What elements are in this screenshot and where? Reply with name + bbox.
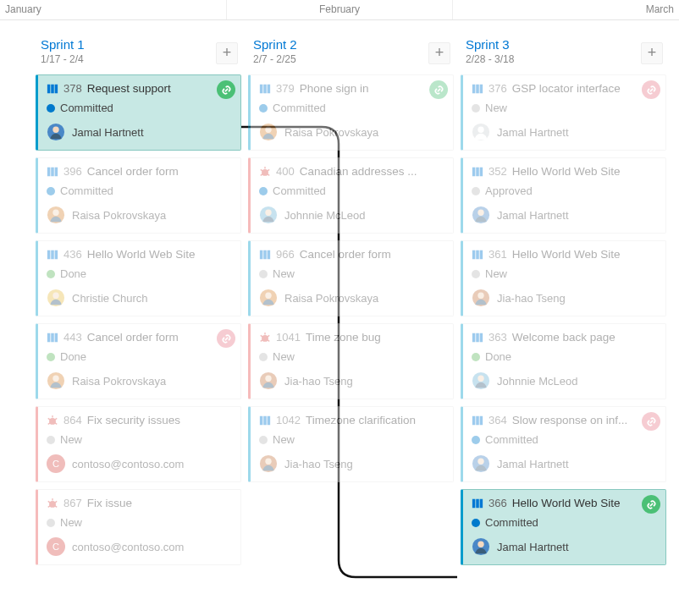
state-dot-icon [472, 187, 480, 195]
sprint-title[interactable]: Sprint 3 [466, 37, 661, 52]
svg-line-41 [261, 173, 263, 175]
work-item-card[interactable]: 376 GSP locator interface New Jamal Hart… [461, 74, 666, 151]
state-label: Done [60, 350, 86, 363]
svg-point-19 [52, 376, 58, 382]
card-assignee-row[interactable]: Jia-hao Tseng [259, 371, 444, 390]
card-assignee-row[interactable]: Raisa Pokrovskaya [259, 289, 444, 307]
card-assignee-row[interactable]: C contoso@contoso.com [47, 537, 232, 556]
avatar [472, 371, 490, 390]
link-badge-icon[interactable] [642, 80, 660, 99]
backlog-item-icon [472, 332, 483, 344]
work-item-card[interactable]: 864 Fix security issues New C contoso@co… [36, 406, 241, 482]
state-label: New [60, 516, 82, 529]
card-assignee-row[interactable]: Jamal Hartnett [472, 206, 657, 224]
avatar [47, 206, 65, 224]
work-item-card[interactable]: 396 Cancel order form Committed Raisa Po… [36, 157, 241, 234]
link-badge-icon[interactable] [429, 80, 448, 99]
card-assignee-row[interactable]: Raisa Pokrovskaya [47, 206, 232, 224]
state-label: Done [60, 267, 86, 280]
svg-rect-46 [263, 250, 267, 259]
work-item-card[interactable]: 363 Welcome back page Done Johnnie McLeo… [461, 323, 666, 399]
work-item-card[interactable]: 867 Fix issue New C contoso@contoso.com [36, 489, 241, 565]
work-item-card[interactable]: 364 Slow response on inf... Committed Ja… [461, 406, 666, 482]
work-item-card[interactable]: 443 Cancel order form Done Raisa Pokrovs… [36, 323, 241, 399]
card-title-row: 400 Canadian addresses ... [259, 165, 444, 178]
svg-rect-15 [47, 333, 51, 342]
card-assignee-row[interactable]: Jamal Hartnett [472, 454, 657, 473]
work-item-card[interactable]: 966 Cancel order form New Raisa Pokrovsk… [248, 240, 454, 316]
avatar [472, 206, 490, 224]
card-assignee-row[interactable]: Jamal Hartnett [47, 123, 232, 141]
work-item-card[interactable]: 366 Hello World Web Site Committed Jamal… [461, 489, 666, 565]
state-label: Done [485, 350, 511, 363]
svg-point-62 [265, 459, 271, 465]
work-item-card[interactable]: 378 Request support Committed Jamal Hart… [36, 74, 241, 151]
sprint-board: Sprint 1 1/17 - 2/4 + 378 Request suppor… [0, 20, 679, 572]
add-card-button[interactable]: + [216, 42, 238, 64]
svg-rect-10 [47, 250, 51, 259]
work-item-card[interactable]: 436 Hello World Web Site Done Christie C… [36, 240, 241, 316]
card-assignee-row[interactable]: Jia-hao Tseng [259, 454, 444, 473]
assignee-name: Jamal Hartnett [497, 126, 569, 139]
card-assignee-row[interactable]: C contoso@contoso.com [47, 454, 232, 473]
avatar [472, 537, 490, 556]
svg-rect-11 [51, 250, 54, 259]
sprint-column-header: Sprint 2 2/7 - 2/25 + [248, 37, 454, 74]
backlog-item-icon [47, 166, 58, 178]
card-assignee-row[interactable]: Christie Church [47, 289, 232, 307]
card-title-row: 352 Hello World Web Site [472, 165, 657, 178]
state-label: New [273, 267, 295, 280]
card-state-row: Committed [47, 184, 232, 197]
card-assignee-row[interactable]: Johnnie McLeod [259, 206, 444, 224]
svg-rect-78 [472, 333, 476, 342]
work-item-card[interactable]: 352 Hello World Web Site Approved Jamal … [461, 157, 666, 234]
svg-line-29 [55, 501, 58, 503]
svg-point-26 [49, 500, 56, 507]
card-assignee-row[interactable]: Raisa Pokrovskaya [259, 123, 444, 141]
link-badge-icon[interactable] [642, 412, 660, 431]
svg-line-55 [268, 339, 270, 341]
state-dot-icon [47, 104, 55, 113]
work-item-title: Cancel order form [87, 165, 179, 178]
card-title-row: 361 Hello World Web Site [472, 248, 657, 261]
backlog-item-icon [472, 415, 483, 426]
backlog-item-icon [47, 83, 58, 95]
sprint-title[interactable]: Sprint 2 [253, 37, 449, 52]
card-assignee-row[interactable]: Jia-hao Tseng [472, 289, 657, 307]
assignee-name: Johnnie McLeod [284, 209, 365, 222]
work-item-card[interactable]: 379 Phone sign in Committed Raisa Pokrov… [248, 74, 454, 151]
sprint-title[interactable]: Sprint 1 [41, 37, 236, 52]
card-assignee-row[interactable]: Johnnie McLeod [472, 371, 657, 390]
svg-rect-33 [263, 84, 267, 93]
card-state-row: New [472, 267, 657, 280]
card-title-row: 864 Fix security issues [47, 414, 232, 426]
backlog-item-icon [259, 83, 271, 95]
work-item-card[interactable]: 361 Hello World Web Site New Jia-hao Tse… [461, 240, 666, 316]
work-item-card[interactable]: 1041 Time zone bug New Jia-hao Tseng [248, 323, 454, 399]
state-dot-icon [472, 353, 480, 361]
card-assignee-row[interactable]: Raisa Pokrovskaya [47, 371, 232, 390]
backlog-item-icon [259, 415, 271, 426]
card-state-row: Approved [472, 184, 657, 197]
state-label: Committed [485, 516, 538, 529]
work-item-id: 864 [63, 414, 82, 426]
bug-icon [47, 415, 58, 426]
link-badge-icon[interactable] [642, 495, 660, 514]
add-card-button[interactable]: + [428, 42, 450, 64]
svg-rect-90 [480, 498, 483, 508]
work-item-card[interactable]: 1042 Timezone clarification New Jia-hao … [248, 406, 454, 482]
svg-point-44 [265, 210, 271, 216]
state-dot-icon [472, 104, 480, 113]
state-dot-icon [47, 436, 55, 444]
card-assignee-row[interactable]: Jamal Hartnett [472, 123, 657, 141]
card-assignee-row[interactable]: Jamal Hartnett [472, 537, 657, 556]
svg-line-24 [48, 422, 51, 424]
link-badge-icon[interactable] [217, 80, 235, 99]
work-item-card[interactable]: 400 Canadian addresses ... Committed Joh… [248, 157, 454, 234]
work-item-id: 396 [63, 165, 82, 178]
work-item-title: GSP locator interface [512, 82, 621, 95]
svg-rect-80 [480, 333, 483, 342]
link-badge-icon[interactable] [217, 329, 235, 348]
svg-point-37 [262, 168, 268, 175]
add-card-button[interactable]: + [641, 42, 663, 64]
